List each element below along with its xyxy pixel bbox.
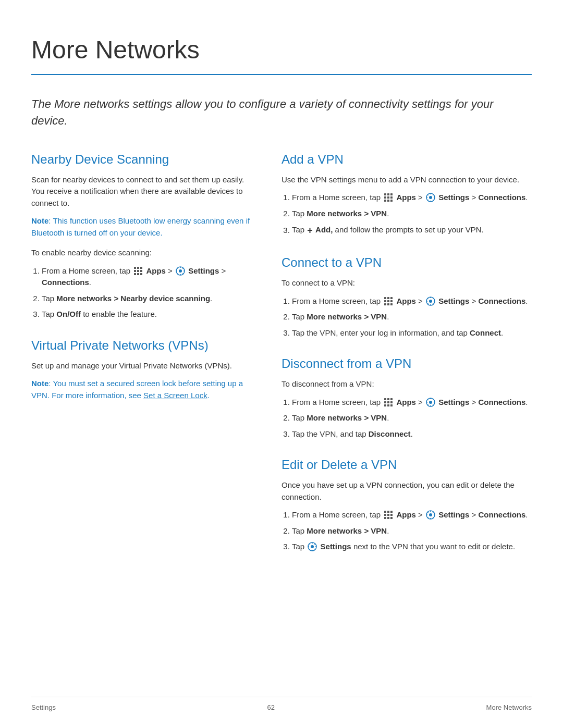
settings-icon3 <box>426 297 435 306</box>
svg-rect-3 <box>134 270 136 272</box>
list-item: Tap More networks > VPN. <box>292 525 532 537</box>
svg-rect-35 <box>390 398 393 400</box>
svg-rect-25 <box>384 300 386 302</box>
svg-rect-4 <box>137 270 139 272</box>
section-title-disconnect-vpn: Disconnect from a VPN <box>282 354 532 373</box>
add-label: Add, <box>315 226 333 235</box>
svg-point-43 <box>429 401 432 404</box>
svg-rect-22 <box>384 297 386 299</box>
note-period: . <box>207 391 210 400</box>
apps-label: Apps <box>146 266 166 275</box>
add-vpn-body: Use the VPN settings menu to add a VPN c… <box>282 174 532 186</box>
svg-rect-14 <box>384 196 386 199</box>
apps-icon3 <box>384 297 393 306</box>
add-vpn-steps: From a Home screen, tap Apps > Settings … <box>292 192 532 238</box>
list-item: From a Home screen, tap Apps > Settings … <box>292 397 532 409</box>
connections-label5: Connections <box>478 510 525 519</box>
section-title-edit-vpn: Edit or Delete a VPN <box>282 455 532 474</box>
connections-label3: Connections <box>478 297 525 305</box>
connections-label4: Connections <box>478 398 525 406</box>
svg-point-21 <box>429 196 432 199</box>
connect-label: Connect <box>470 328 501 337</box>
svg-rect-28 <box>384 303 386 305</box>
svg-rect-39 <box>384 404 386 406</box>
edit-step2: More networks > VPN <box>307 526 387 535</box>
add-vpn-step2: More networks > VPN <box>307 209 387 218</box>
svg-rect-0 <box>134 267 136 269</box>
apps-icon5 <box>384 510 393 520</box>
svg-point-32 <box>429 300 432 303</box>
list-item: From a Home screen, tap Apps > Settings … <box>292 295 532 307</box>
section-title-vpn: Virtual Private Networks (VPNs) <box>31 336 250 355</box>
footer-page-number: 62 <box>56 702 486 713</box>
nearby-body: Scan for nearby devices to connect to an… <box>31 174 250 209</box>
vpn-note: Note: You must set a secured screen lock… <box>31 378 250 401</box>
svg-rect-38 <box>390 401 393 403</box>
settings-label: Settings <box>188 266 219 275</box>
list-item: From a Home screen, tap Apps > Settings … <box>42 265 250 289</box>
nearby-step3-bold: On/Off <box>56 310 81 318</box>
nearby-note: Note: This function uses Bluetooth low e… <box>31 215 250 239</box>
svg-rect-37 <box>387 401 389 403</box>
settings-label2: Settings <box>438 193 469 202</box>
edit-vpn-steps: From a Home screen, tap Apps > Settings … <box>292 509 532 553</box>
settings-icon <box>176 266 185 276</box>
page-title: More Networks <box>31 31 532 69</box>
settings-icon5 <box>426 510 435 520</box>
apps-icon <box>133 266 143 276</box>
svg-rect-15 <box>387 196 389 199</box>
screen-lock-link[interactable]: Set a Screen Lock <box>143 391 207 400</box>
svg-rect-7 <box>137 273 139 275</box>
connections-label2: Connections <box>478 193 525 202</box>
right-column: Add a VPN Use the VPN settings menu to a… <box>282 150 532 559</box>
svg-rect-12 <box>387 193 389 195</box>
footer-left: Settings <box>31 702 56 713</box>
connect-vpn-body: To connect to a VPN: <box>282 277 532 289</box>
apps-label3: Apps <box>396 297 416 305</box>
settings-icon4 <box>426 398 435 407</box>
disconnect-vpn-steps: From a Home screen, tap Apps > Settings … <box>292 397 532 440</box>
svg-rect-6 <box>134 273 136 275</box>
settings-label3: Settings <box>438 297 469 305</box>
list-item: Tap More networks > Nearby device scanni… <box>42 293 250 305</box>
svg-rect-1 <box>137 267 139 269</box>
section-title-connect-vpn: Connect to a VPN <box>282 253 532 272</box>
svg-rect-45 <box>387 511 389 513</box>
svg-rect-34 <box>387 398 389 400</box>
two-column-layout: Nearby Device Scanning Scan for nearby d… <box>31 150 532 559</box>
svg-rect-24 <box>390 297 393 299</box>
svg-rect-46 <box>390 511 393 513</box>
svg-point-54 <box>429 513 432 516</box>
svg-rect-49 <box>390 514 393 516</box>
disconnect-vpn-body: To disconnect from a VPN: <box>282 378 532 390</box>
note-colon: : This function uses Bluetooth low energ… <box>31 216 250 237</box>
list-item: From a Home screen, tap Apps > Settings … <box>292 509 532 521</box>
note-label2: Note <box>31 379 48 388</box>
title-divider <box>31 74 532 75</box>
list-item: Tap On/Off to enable the feature. <box>42 309 250 320</box>
page-footer: Settings 62 More Networks <box>31 697 532 713</box>
left-column: Nearby Device Scanning Scan for nearby d… <box>31 150 250 559</box>
list-item: Tap the VPN, and tap Disconnect. <box>292 428 532 440</box>
svg-rect-41 <box>390 404 393 406</box>
svg-rect-8 <box>140 273 142 275</box>
list-item: Tap + Add, and follow the prompts to set… <box>292 224 532 238</box>
note-label: Note <box>31 216 48 225</box>
svg-rect-50 <box>384 517 386 519</box>
svg-rect-47 <box>384 514 386 516</box>
svg-rect-18 <box>387 200 389 202</box>
apps-label4: Apps <box>396 398 416 406</box>
svg-rect-27 <box>390 300 393 302</box>
edit-vpn-body: Once you have set up a VPN connection, y… <box>282 479 532 503</box>
list-item: Tap More networks > VPN. <box>292 208 532 220</box>
svg-rect-11 <box>384 193 386 195</box>
connections-label: Connections <box>42 278 89 287</box>
disconnect-label: Disconnect <box>369 429 411 438</box>
settings-label6: Settings <box>321 542 351 551</box>
list-item: Tap the VPN, enter your log in informati… <box>292 327 532 339</box>
apps-icon4 <box>384 398 393 407</box>
svg-rect-29 <box>387 303 389 305</box>
intro-text: The More networks settings allow you to … <box>31 96 532 129</box>
apps-label5: Apps <box>396 510 416 519</box>
svg-rect-17 <box>384 200 386 202</box>
